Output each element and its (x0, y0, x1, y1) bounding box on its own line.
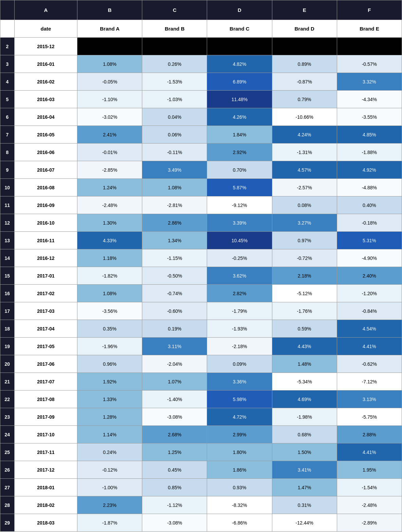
cell-brand-a-row-24: 1.14% (77, 426, 142, 443)
cell-brand-e-row-18: 4.54% (337, 320, 402, 338)
col-b-header: B (77, 0, 142, 20)
row-num-24: 24 (0, 426, 15, 443)
cell-brand-a-row-19: -1.96% (77, 338, 142, 355)
table-row: 202017-060.96%-2.04%0.09%1.48%-0.62% (0, 355, 402, 373)
cell-brand-c-row-8: 2.92% (207, 144, 272, 161)
row-num-29: 29 (0, 514, 15, 532)
cell-brand-b-row-15: -0.50% (142, 267, 207, 285)
cell-brand-e-row-20: -0.62% (337, 355, 402, 373)
cell-brand-d-row-16: -5.12% (272, 285, 337, 302)
cell-brand-e-row-28: -2.48% (337, 496, 402, 514)
row-num-7: 7 (0, 126, 15, 144)
table-row: 162017-021.08%-0.74%2.82%-5.12%-1.20% (0, 285, 402, 302)
date-cell-16: 2017-02 (14, 285, 77, 302)
cell-brand-e-row-11: 0.40% (337, 196, 402, 214)
cell-brand-e-row-8: -1.88% (337, 144, 402, 161)
table-row: 142016-121.18%-1.15%-0.25%-0.72%-4.90% (0, 249, 402, 267)
cell-brand-a-row-18: 0.35% (77, 320, 142, 338)
cell-brand-e-row-14: -4.90% (337, 249, 402, 267)
row-num-16: 16 (0, 285, 15, 302)
cell-brand-d-row-15: 2.18% (272, 267, 337, 285)
column-letters-row: A B C D E F (0, 0, 402, 20)
cell-brand-c-row-29: -6.86% (207, 514, 272, 532)
cell-brand-e-row-2 (337, 38, 402, 55)
cell-brand-a-row-11: -2.48% (77, 196, 142, 214)
cell-brand-b-row-17: -0.60% (142, 302, 207, 320)
date-cell-10: 2016-08 (14, 179, 77, 196)
cell-brand-c-row-3: 4.82% (207, 55, 272, 73)
table-row: 122016-101.30%2.86%3.39%3.27%-0.18% (0, 214, 402, 232)
date-cell-24: 2017-10 (14, 426, 77, 443)
cell-brand-c-row-23: 4.72% (207, 408, 272, 426)
header-brand-c: Brand C (207, 20, 272, 38)
cell-brand-d-row-24: 0.68% (272, 426, 337, 443)
cell-brand-b-row-29: -3.08% (142, 514, 207, 532)
cell-brand-c-row-12: 3.39% (207, 214, 272, 232)
row-num-27: 27 (0, 479, 15, 496)
cell-brand-e-row-3: -0.57% (337, 55, 402, 73)
table-row: 82016-06-0.01%-0.11%2.92%-1.31%-1.88% (0, 144, 402, 161)
cell-brand-b-row-27: 0.85% (142, 479, 207, 496)
cell-brand-e-row-10: -4.88% (337, 179, 402, 196)
date-cell-2: 2015-12 (14, 38, 77, 55)
cell-brand-a-row-22: 1.33% (77, 391, 142, 408)
cell-brand-d-row-26: 3.41% (272, 461, 337, 479)
cell-brand-c-row-17: -1.79% (207, 302, 272, 320)
row-num-21: 21 (0, 373, 15, 391)
cell-brand-c-row-4: 6.89% (207, 73, 272, 91)
cell-brand-d-row-19: 4.43% (272, 338, 337, 355)
cell-brand-b-row-7: 0.06% (142, 126, 207, 144)
cell-brand-d-row-22: 4.69% (272, 391, 337, 408)
date-cell-7: 2016-05 (14, 126, 77, 144)
date-cell-28: 2018-02 (14, 496, 77, 514)
row-num-18: 18 (0, 320, 15, 338)
table-row: 132016-114.33%1.34%10.45%0.97%5.31% (0, 232, 402, 249)
cell-brand-e-row-15: 2.40% (337, 267, 402, 285)
cell-brand-d-row-21: -5.34% (272, 373, 337, 391)
cell-brand-b-row-12: 2.86% (142, 214, 207, 232)
cell-brand-b-row-9: 3.49% (142, 161, 207, 179)
table-row: 42016-02-0.05%-1.53%6.89%-0.87%3.32% (0, 73, 402, 91)
cell-brand-d-row-11: 0.08% (272, 196, 337, 214)
cell-brand-c-row-13: 10.45% (207, 232, 272, 249)
row-num-26: 26 (0, 461, 15, 479)
cell-brand-a-row-6: -3.02% (77, 108, 142, 126)
cell-brand-d-row-9: 4.57% (272, 161, 337, 179)
table-row: 72016-052.41%0.06%1.84%4.24%4.85% (0, 126, 402, 144)
cell-brand-e-row-13: 5.31% (337, 232, 402, 249)
cell-brand-b-row-28: -1.12% (142, 496, 207, 514)
row-num-28: 28 (0, 496, 15, 514)
col-f-header: F (337, 0, 402, 20)
cell-brand-d-row-5: 0.79% (272, 91, 337, 108)
cell-brand-a-row-29: -1.87% (77, 514, 142, 532)
cell-brand-e-row-16: -1.20% (337, 285, 402, 302)
row-num-20: 20 (0, 355, 15, 373)
cell-brand-a-row-9: -2.85% (77, 161, 142, 179)
cell-brand-c-row-5: 11.48% (207, 91, 272, 108)
cell-brand-d-row-8: -1.31% (272, 144, 337, 161)
cell-brand-b-row-2 (142, 38, 207, 55)
table-row: 32016-011.08%0.26%4.82%0.89%-0.57% (0, 55, 402, 73)
table-row: 112016-09-2.48%-2.81%-9.12%0.08%0.40% (0, 196, 402, 214)
cell-brand-c-row-18: -1.93% (207, 320, 272, 338)
cell-brand-e-row-22: 3.13% (337, 391, 402, 408)
header-brand-b: Brand B (142, 20, 207, 38)
cell-brand-c-row-19: -2.18% (207, 338, 272, 355)
cell-brand-c-row-20: 0.09% (207, 355, 272, 373)
cell-brand-a-row-14: 1.18% (77, 249, 142, 267)
date-cell-14: 2016-12 (14, 249, 77, 267)
table-row: 102016-081.24%1.08%5.87%-2.57%-4.88% (0, 179, 402, 196)
date-cell-29: 2018-03 (14, 514, 77, 532)
header-brand-a: Brand A (77, 20, 142, 38)
cell-brand-b-row-8: -0.11% (142, 144, 207, 161)
cell-brand-c-row-11: -9.12% (207, 196, 272, 214)
cell-brand-c-row-27: 0.93% (207, 479, 272, 496)
date-cell-3: 2016-01 (14, 55, 77, 73)
cell-brand-c-row-24: 2.99% (207, 426, 272, 443)
cell-brand-d-row-25: 1.50% (272, 443, 337, 461)
cell-brand-d-row-27: 1.47% (272, 479, 337, 496)
cell-brand-d-row-4: -0.87% (272, 73, 337, 91)
date-cell-12: 2016-10 (14, 214, 77, 232)
date-cell-18: 2017-04 (14, 320, 77, 338)
cell-brand-d-row-2 (272, 38, 337, 55)
